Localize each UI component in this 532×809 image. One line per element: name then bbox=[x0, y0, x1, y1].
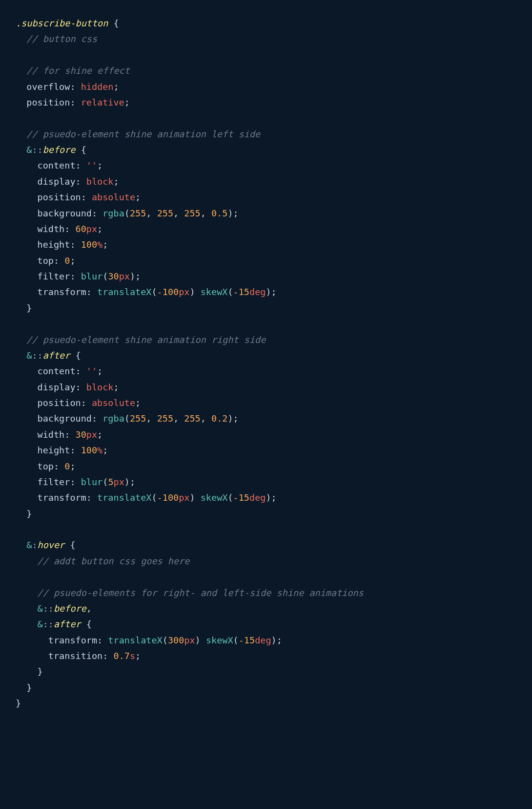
code-token-punct: : bbox=[64, 224, 75, 234]
code-token-punct: : bbox=[64, 429, 75, 440]
code-token-unit: % bbox=[97, 445, 102, 455]
code-token-value-keyword: relative bbox=[81, 97, 124, 107]
code-token-number: 255 bbox=[157, 208, 173, 218]
code-token-punct bbox=[201, 635, 206, 645]
code-line: &::before { bbox=[16, 142, 516, 158]
code-token-value-keyword: block bbox=[86, 176, 114, 187]
code-token-punct: : bbox=[70, 477, 81, 487]
code-token-punct: : bbox=[76, 176, 86, 187]
code-token-property bbox=[16, 540, 26, 550]
code-token-punct: ; bbox=[97, 224, 102, 234]
code-token-property bbox=[16, 603, 38, 614]
code-token-paren: ( bbox=[102, 271, 108, 281]
code-token-punct: , bbox=[173, 208, 184, 218]
code-token-punct: : bbox=[86, 492, 97, 503]
code-token-punct: ; bbox=[97, 366, 102, 376]
code-token-punct: : bbox=[76, 160, 86, 170]
code-token-property: background bbox=[16, 208, 92, 218]
code-token-paren: ) bbox=[189, 287, 195, 297]
code-line: .subscribe-button { bbox=[16, 16, 516, 31]
code-token-punct: : bbox=[92, 208, 102, 218]
code-line: filter: blur(30px); bbox=[16, 269, 516, 284]
code-token-func: skewX bbox=[206, 635, 233, 645]
code-token-property: transition bbox=[16, 651, 102, 661]
code-token-punct: } bbox=[16, 698, 21, 708]
code-token-pseudo: before bbox=[43, 145, 76, 155]
code-token-punct: : bbox=[97, 635, 108, 645]
code-line: } bbox=[16, 696, 516, 711]
code-token-number: 5 bbox=[108, 477, 113, 487]
code-line: display: block; bbox=[16, 174, 516, 190]
code-token-number: 255 bbox=[157, 413, 173, 424]
code-line bbox=[16, 47, 516, 63]
code-token-punct: ; bbox=[135, 398, 141, 408]
code-token-amp: & bbox=[26, 350, 32, 361]
code-token-paren: ( bbox=[233, 635, 239, 645]
code-token-paren: ) bbox=[124, 477, 130, 487]
code-token-property: background bbox=[16, 413, 92, 424]
code-token-func: translateX bbox=[97, 287, 151, 297]
code-token-number: 0 bbox=[64, 255, 70, 266]
code-token-punct: } bbox=[16, 682, 32, 693]
code-token-property: display bbox=[16, 176, 76, 187]
code-line: // button css bbox=[16, 31, 516, 47]
code-line: overflow: hidden; bbox=[16, 79, 516, 95]
code-token-pseudo-colon: :: bbox=[32, 145, 42, 155]
code-token-func: blur bbox=[81, 477, 103, 487]
code-token-pseudo-colon: :: bbox=[43, 603, 54, 614]
code-line: content: ''; bbox=[16, 158, 516, 173]
code-token-punct: , bbox=[146, 208, 157, 218]
code-token-punct: ; bbox=[114, 382, 119, 392]
code-token-func: skewX bbox=[201, 287, 228, 297]
code-token-paren: ) bbox=[195, 635, 201, 645]
code-token-unit: % bbox=[97, 239, 102, 250]
code-line: } bbox=[16, 680, 516, 696]
code-token-comment: // psuedo-element shine animation right … bbox=[16, 335, 266, 345]
code-token-paren: ) bbox=[227, 208, 233, 218]
code-token-property: transform bbox=[16, 287, 86, 297]
code-token-punct: ; bbox=[277, 635, 282, 645]
code-line bbox=[16, 110, 516, 126]
code-token-selector: .subscribe-button bbox=[16, 18, 108, 28]
code-line: // addt button css goes here bbox=[16, 554, 516, 569]
code-token-comment: // psuedo-element shine animation left s… bbox=[16, 129, 260, 139]
code-token-punct: : bbox=[70, 82, 81, 92]
code-token-punct: { bbox=[64, 540, 75, 550]
code-token-unit: deg bbox=[249, 287, 266, 297]
code-token-punct: ; bbox=[102, 239, 108, 250]
code-token-paren: ( bbox=[102, 477, 108, 487]
code-token-value-keyword: absolute bbox=[92, 192, 135, 202]
code-token-number: -100 bbox=[157, 492, 179, 503]
code-token-punct: : bbox=[92, 413, 102, 424]
code-line: } bbox=[16, 506, 516, 522]
code-token-punct: { bbox=[81, 619, 92, 629]
code-line: height: 100%; bbox=[16, 237, 516, 253]
code-token-paren: ( bbox=[163, 635, 168, 645]
code-line: // for shine effect bbox=[16, 63, 516, 79]
code-token-paren: ) bbox=[266, 287, 271, 297]
code-token-paren: ( bbox=[124, 208, 130, 218]
code-token-punct: : bbox=[76, 366, 86, 376]
code-token-pseudo: before bbox=[54, 603, 86, 614]
code-token-paren: ) bbox=[271, 635, 277, 645]
code-token-punct: { bbox=[108, 18, 119, 28]
code-token-punct: : bbox=[81, 398, 92, 408]
code-token-property: width bbox=[16, 429, 64, 440]
code-token-paren: ( bbox=[227, 492, 233, 503]
code-token-punct: } bbox=[16, 509, 32, 519]
code-token-pseudo: hover bbox=[38, 540, 65, 550]
code-token-func: translateX bbox=[97, 492, 151, 503]
code-line: &::after { bbox=[16, 617, 516, 632]
code-line: position: absolute; bbox=[16, 190, 516, 205]
code-token-punct: ; bbox=[233, 413, 239, 424]
code-token-property: width bbox=[16, 224, 64, 234]
code-token-number: 100 bbox=[81, 445, 97, 455]
code-token-number: 30 bbox=[76, 429, 86, 440]
code-token-number: 0.2 bbox=[211, 413, 227, 424]
code-token-paren: ) bbox=[189, 492, 195, 503]
code-line: background: rgba(255, 255, 255, 0.2); bbox=[16, 411, 516, 426]
code-token-property: position bbox=[16, 398, 81, 408]
code-line: // psuedo-element shine animation right … bbox=[16, 332, 516, 348]
code-token-punct: ; bbox=[135, 651, 141, 661]
code-token-amp: & bbox=[38, 603, 43, 614]
